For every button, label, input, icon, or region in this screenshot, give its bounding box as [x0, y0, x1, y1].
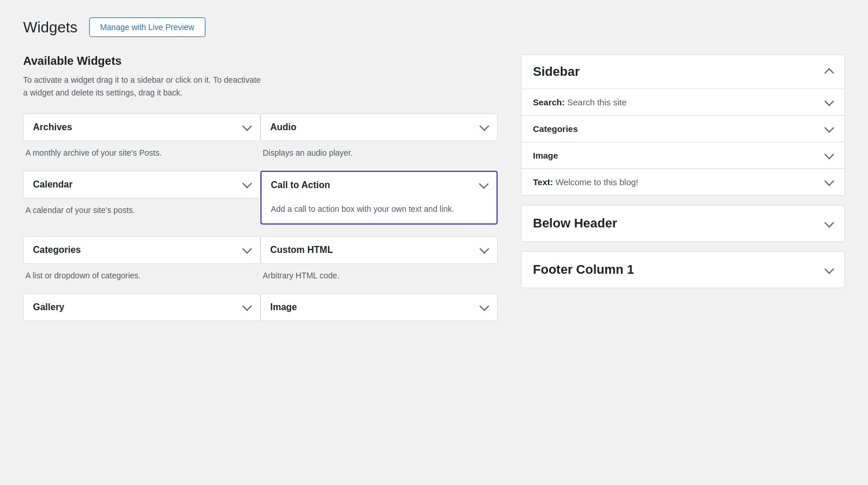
chevron-down-icon: [242, 122, 252, 131]
widget-group-calendar: Calendar A calendar of your site's posts…: [23, 171, 260, 225]
sidebar-section-title: Sidebar: [533, 64, 580, 79]
widget-audio-title: Audio: [270, 122, 296, 133]
chevron-up-icon: [825, 68, 834, 78]
widget-call-to-action-title: Call to Action: [271, 180, 330, 190]
widget-image-header[interactable]: Image: [261, 294, 497, 321]
sidebar-widget-search[interactable]: Search: Search this site: [521, 89, 844, 115]
chevron-down-icon: [825, 150, 834, 160]
widget-image[interactable]: Image: [260, 293, 498, 321]
widget-audio[interactable]: Audio: [260, 113, 498, 141]
widget-group-call-to-action: Call to Action Add a call to action box …: [260, 171, 498, 225]
sidebar-widget-text[interactable]: Text: Welcome to this blog!: [521, 168, 844, 195]
widget-call-to-action-desc: Add a call to action box with your own t…: [262, 199, 496, 223]
chevron-down-icon: [825, 97, 834, 106]
chevron-down-icon: [242, 244, 252, 254]
available-widgets-desc: To activate a widget drag it to a sideba…: [23, 74, 498, 100]
widget-group-categories: Categories A list or dropdown of categor…: [23, 236, 260, 282]
widget-image-title: Image: [270, 302, 297, 313]
widget-categories[interactable]: Categories: [23, 236, 260, 264]
chevron-down-icon: [242, 179, 252, 189]
widget-calendar-title: Calendar: [33, 179, 72, 190]
widget-categories-header[interactable]: Categories: [24, 237, 260, 263]
widget-categories-title: Categories: [33, 245, 81, 255]
widget-group-custom-html: Custom HTML Arbitrary HTML code.: [260, 236, 498, 282]
widget-archives-desc: A monthly archive of your site's Posts.: [23, 141, 260, 159]
chevron-down-icon: [479, 179, 489, 189]
chevron-down-icon: [825, 177, 834, 186]
widget-group-archives: Archives A monthly archive of your site'…: [23, 113, 260, 159]
widget-gallery[interactable]: Gallery: [23, 293, 260, 321]
widget-archives-header[interactable]: Archives: [24, 114, 260, 141]
chevron-down-icon: [480, 244, 490, 254]
widget-categories-desc: A list or dropdown of categories.: [23, 264, 260, 282]
widget-audio-desc: Displays an audio player.: [260, 141, 498, 159]
widget-gallery-title: Gallery: [33, 302, 64, 313]
widget-custom-html-header[interactable]: Custom HTML: [261, 237, 497, 263]
footer-column-section: Footer Column 1: [521, 251, 845, 288]
page-title: Widgets: [23, 19, 78, 36]
chevron-down-icon: [825, 218, 834, 227]
below-header-section-header[interactable]: Below Header: [521, 205, 844, 241]
footer-column-title: Footer Column 1: [533, 262, 634, 277]
below-header-section: Below Header: [521, 205, 845, 242]
widget-calendar-header[interactable]: Calendar: [24, 171, 260, 198]
sidebar-widget-text-label: Text: Welcome to this blog!: [533, 177, 638, 187]
widget-calendar-desc: A calendar of your site's posts.: [23, 199, 260, 216]
available-widgets-panel: Available Widgets To activate a widget d…: [23, 54, 498, 321]
widget-calendar[interactable]: Calendar: [23, 171, 260, 199]
widget-custom-html-desc: Arbitrary HTML code.: [260, 264, 498, 282]
widget-call-to-action-header[interactable]: Call to Action: [262, 172, 496, 199]
widget-group-audio: Audio Displays an audio player.: [260, 113, 498, 159]
chevron-down-icon: [480, 122, 490, 131]
sidebar-widget-categories[interactable]: Categories: [521, 115, 844, 142]
widget-archives[interactable]: Archives: [23, 113, 260, 141]
sidebar-widget-categories-label: Categories: [533, 124, 578, 134]
sidebar-areas-panel: Sidebar Search: Search this site Categor…: [521, 54, 845, 297]
widget-call-to-action[interactable]: Call to Action Add a call to action box …: [260, 171, 498, 225]
widget-audio-header[interactable]: Audio: [261, 114, 497, 141]
sidebar-widget-image[interactable]: Image: [521, 142, 844, 168]
chevron-down-icon: [480, 302, 490, 311]
sidebar-widget-search-label: Search: Search this site: [533, 97, 627, 107]
widget-gallery-header[interactable]: Gallery: [24, 294, 260, 321]
chevron-down-icon: [825, 123, 834, 133]
chevron-down-icon: [242, 302, 252, 311]
available-widgets-title: Available Widgets: [23, 54, 498, 68]
widget-archives-title: Archives: [33, 122, 72, 133]
manage-live-preview-button[interactable]: Manage with Live Preview: [89, 17, 205, 37]
sidebar-section-header[interactable]: Sidebar: [521, 55, 844, 89]
widget-group-gallery: Gallery: [23, 293, 260, 321]
sidebar-section: Sidebar Search: Search this site Categor…: [521, 54, 845, 196]
widgets-grid: Archives A monthly archive of your site'…: [23, 113, 498, 321]
widget-custom-html-title: Custom HTML: [270, 245, 333, 255]
widget-custom-html[interactable]: Custom HTML: [260, 236, 498, 264]
widget-group-image: Image: [260, 293, 498, 321]
below-header-title: Below Header: [533, 216, 617, 231]
sidebar-widget-image-label: Image: [533, 150, 558, 160]
footer-column-section-header[interactable]: Footer Column 1: [521, 252, 844, 288]
chevron-down-icon: [825, 264, 834, 274]
